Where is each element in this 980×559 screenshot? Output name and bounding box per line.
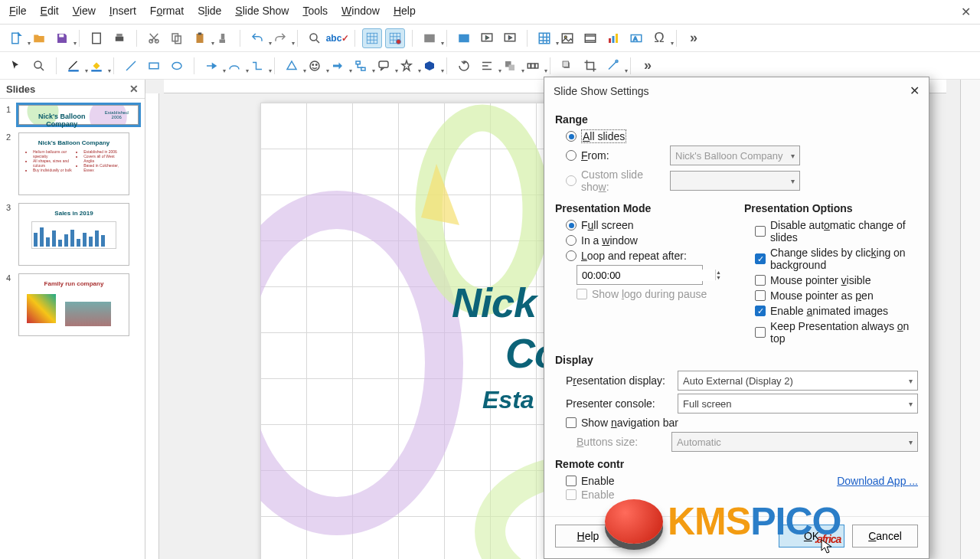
start-show-icon[interactable] <box>477 28 497 48</box>
radio-from[interactable] <box>566 150 577 161</box>
line-icon[interactable] <box>121 56 141 76</box>
zoom-pan-icon[interactable] <box>29 56 49 76</box>
radio-fullscreen[interactable] <box>566 220 577 230</box>
cancel-button[interactable]: Cancel <box>852 525 918 548</box>
menu-slide[interactable]: Slide <box>198 5 221 19</box>
filter-icon[interactable] <box>603 56 623 76</box>
textbox-icon[interactable]: A <box>626 28 646 48</box>
export-pdf-icon[interactable] <box>87 28 106 48</box>
views-icon[interactable] <box>420 28 439 48</box>
table-icon[interactable] <box>534 28 554 48</box>
3d-icon[interactable] <box>420 56 439 76</box>
svg-rect-10 <box>198 32 202 34</box>
check-on-top[interactable] <box>755 327 766 338</box>
svg-point-47 <box>260 210 444 516</box>
radio-loop[interactable] <box>566 250 577 261</box>
shadow-icon[interactable] <box>557 56 577 76</box>
slide-thumb-2[interactable]: Nick's Balloon Company Helium balloons o… <box>18 132 129 195</box>
menu-view[interactable]: View <box>73 5 96 19</box>
fill-color-icon[interactable] <box>87 56 106 76</box>
ellipse-icon[interactable] <box>167 56 187 76</box>
svg-rect-15 <box>424 34 435 42</box>
clone-format-icon[interactable] <box>213 28 233 48</box>
find-icon[interactable] <box>305 28 325 48</box>
label-fullscreen: Full screen <box>581 219 634 231</box>
svg-rect-38 <box>379 61 388 67</box>
label-on-top: Keep Presentation always on top <box>770 320 918 345</box>
distribute-icon[interactable] <box>523 56 543 76</box>
print-icon[interactable] <box>109 28 129 48</box>
menu-window[interactable]: Window <box>341 5 380 19</box>
menu-slideshow[interactable]: Slide Show <box>235 5 289 19</box>
media-icon[interactable] <box>580 28 600 48</box>
menu-help[interactable]: Help <box>394 5 416 19</box>
image-icon[interactable] <box>557 28 577 48</box>
slide-thumb-4[interactable]: Family run company <box>18 273 129 336</box>
menu-format[interactable]: Format <box>150 5 184 19</box>
menu-file[interactable]: File <box>9 5 27 19</box>
paste-icon[interactable] <box>190 28 210 48</box>
undo-icon[interactable] <box>247 28 267 48</box>
svg-rect-23 <box>609 38 611 43</box>
presenter-console-select[interactable]: Full screen▾ <box>678 394 918 414</box>
check-pointer-pen[interactable] <box>755 290 766 301</box>
label-console: Presenter console: <box>566 397 673 410</box>
save-icon[interactable] <box>52 28 72 48</box>
loop-time-spinner[interactable]: ▲▼ <box>577 265 703 285</box>
spellcheck-icon[interactable]: abc✓ <box>328 28 348 48</box>
radio-all-slides[interactable] <box>566 131 577 142</box>
menu-insert[interactable]: Insert <box>109 5 136 19</box>
radio-window[interactable] <box>566 235 577 246</box>
start-current-icon[interactable] <box>500 28 520 48</box>
sidebar-right[interactable] <box>960 80 980 559</box>
symbol-shapes-icon[interactable] <box>305 56 325 76</box>
check-disable-auto[interactable] <box>755 226 766 237</box>
cut-icon[interactable] <box>144 28 164 48</box>
rotate-icon[interactable] <box>454 56 474 76</box>
menu-tools[interactable]: Tools <box>302 5 328 19</box>
slide-thumb-1[interactable]: Nick's Balloon Company Established 2006 <box>18 105 139 125</box>
align-icon[interactable] <box>477 56 497 76</box>
check-enable-remote[interactable] <box>566 476 577 486</box>
check-navbar[interactable] <box>566 417 577 428</box>
arrange-icon[interactable] <box>500 56 520 76</box>
mode-heading: Presentation Mode <box>555 202 729 214</box>
open-icon[interactable] <box>29 28 49 48</box>
check-click-bg[interactable] <box>755 253 766 264</box>
basic-shapes-icon[interactable] <box>282 56 302 76</box>
crop-icon[interactable] <box>580 56 600 76</box>
line-color-icon[interactable] <box>64 56 83 76</box>
copy-icon[interactable] <box>167 28 187 48</box>
redo-icon[interactable] <box>270 28 290 48</box>
download-app-link[interactable]: Download App ... <box>837 475 918 487</box>
toolbar2-overflow-icon[interactable]: » <box>638 56 658 76</box>
connector-icon[interactable] <box>247 56 267 76</box>
slides-panel-close-icon[interactable]: ✕ <box>129 83 139 95</box>
arrow-icon[interactable] <box>201 56 221 76</box>
svg-rect-43 <box>531 64 535 68</box>
svg-point-33 <box>310 61 319 70</box>
presentation-display-select[interactable]: Auto External (Display 2)▾ <box>678 371 918 391</box>
new-doc-icon[interactable] <box>6 28 26 48</box>
window-close-icon[interactable]: ✕ <box>961 5 971 19</box>
display-heading: Display <box>555 354 918 366</box>
stars-icon[interactable] <box>397 56 416 76</box>
master-slide-icon[interactable] <box>454 28 474 48</box>
callouts-icon[interactable] <box>374 56 394 76</box>
block-arrows-icon[interactable] <box>328 56 348 76</box>
select-icon[interactable] <box>6 56 26 76</box>
chart-icon[interactable] <box>603 28 623 48</box>
snap-icon[interactable] <box>385 28 405 48</box>
toolbar-overflow-icon[interactable]: » <box>684 28 704 48</box>
grid-icon[interactable] <box>362 28 382 48</box>
rect-icon[interactable] <box>144 56 164 76</box>
curve-icon[interactable] <box>224 56 244 76</box>
check-pointer-visible[interactable] <box>755 275 766 286</box>
slide-thumb-3[interactable]: Sales in 2019 <box>18 203 129 266</box>
special-char-icon[interactable]: Ω <box>649 28 669 48</box>
check-animated[interactable] <box>755 306 766 316</box>
svg-rect-12 <box>367 33 377 44</box>
menu-edit[interactable]: Edit <box>41 5 59 19</box>
dialog-close-icon[interactable]: ✕ <box>910 83 920 98</box>
flowchart-icon[interactable] <box>351 56 371 76</box>
